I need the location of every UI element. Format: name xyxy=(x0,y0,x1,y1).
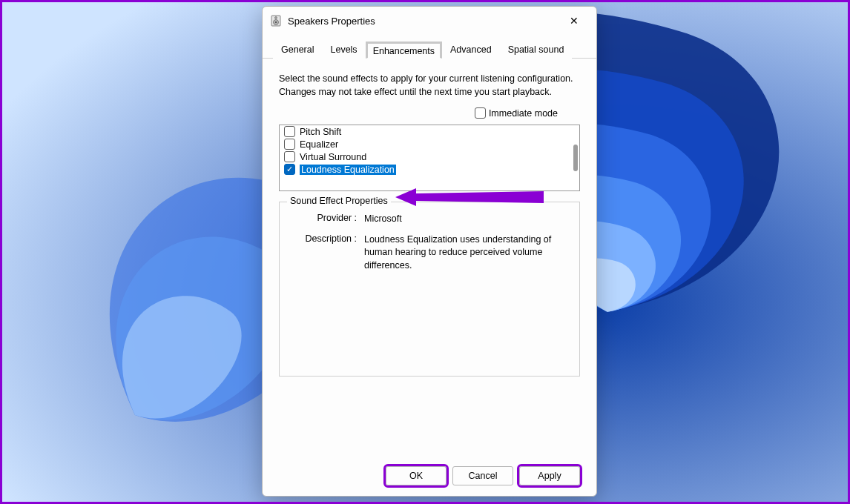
effect-item-pitch-shift[interactable]: Pitch Shift xyxy=(280,125,579,138)
tab-body-enhancements: Select the sound effects to apply for yo… xyxy=(263,59,596,459)
dialog-button-row: OK Cancel Apply xyxy=(263,459,596,496)
effect-label: Equalizer xyxy=(300,139,338,150)
cancel-button[interactable]: Cancel xyxy=(452,466,513,485)
description-label: Description : xyxy=(290,233,364,273)
effect-checkbox[interactable] xyxy=(284,151,295,162)
close-button[interactable]: ✕ xyxy=(559,10,589,32)
effect-label: Virtual Surround xyxy=(300,152,366,162)
apply-button[interactable]: Apply xyxy=(519,466,580,485)
tab-spatial-sound[interactable]: Spatial sound xyxy=(500,39,573,59)
tab-general[interactable]: General xyxy=(273,39,322,59)
sound-effect-properties-fieldset: Sound Effect Properties Provider : Micro… xyxy=(279,202,580,377)
enhancements-description: Select the sound effects to apply for yo… xyxy=(279,72,580,99)
tabs-row: General Levels Enhancements Advanced Spa… xyxy=(263,35,596,59)
close-icon: ✕ xyxy=(570,16,579,26)
effect-label: Pitch Shift xyxy=(300,127,341,137)
immediate-mode-checkbox[interactable] xyxy=(475,107,486,119)
svg-point-3 xyxy=(275,21,277,23)
titlebar: Speakers Properties ✕ xyxy=(263,7,596,35)
effect-item-equalizer[interactable]: Equalizer xyxy=(280,138,579,150)
immediate-mode-label: Immediate mode xyxy=(489,108,558,119)
effect-checkbox[interactable] xyxy=(284,126,295,137)
speakers-properties-dialog: Speakers Properties ✕ General Levels Enh… xyxy=(262,6,597,497)
scrollbar-thumb[interactable] xyxy=(573,145,578,171)
provider-value: Microsoft xyxy=(364,213,569,226)
effect-checkbox[interactable] xyxy=(284,164,295,175)
description-value: Loudness Equalization uses understanding… xyxy=(364,233,569,273)
window-title: Speakers Properties xyxy=(288,16,553,27)
provider-label: Provider : xyxy=(290,213,364,226)
tab-levels[interactable]: Levels xyxy=(322,39,365,59)
effects-listbox[interactable]: Pitch Shift Equalizer Virtual Surround L… xyxy=(279,125,580,191)
effect-checkbox[interactable] xyxy=(284,139,295,150)
tab-enhancements[interactable]: Enhancements xyxy=(366,42,442,59)
effect-label: Loudness Equalization xyxy=(300,165,396,175)
provider-row: Provider : Microsoft xyxy=(290,213,569,226)
effect-item-virtual-surround[interactable]: Virtual Surround xyxy=(280,150,579,163)
fieldset-legend: Sound Effect Properties xyxy=(287,196,391,206)
ok-button[interactable]: OK xyxy=(386,466,447,485)
svg-point-4 xyxy=(275,17,277,19)
immediate-mode-row: Immediate mode xyxy=(279,107,558,119)
tab-advanced[interactable]: Advanced xyxy=(442,39,500,59)
effect-item-loudness-equalization[interactable]: Loudness Equalization xyxy=(280,163,579,176)
description-row: Description : Loudness Equalization uses… xyxy=(290,233,569,273)
speaker-icon xyxy=(270,15,282,27)
